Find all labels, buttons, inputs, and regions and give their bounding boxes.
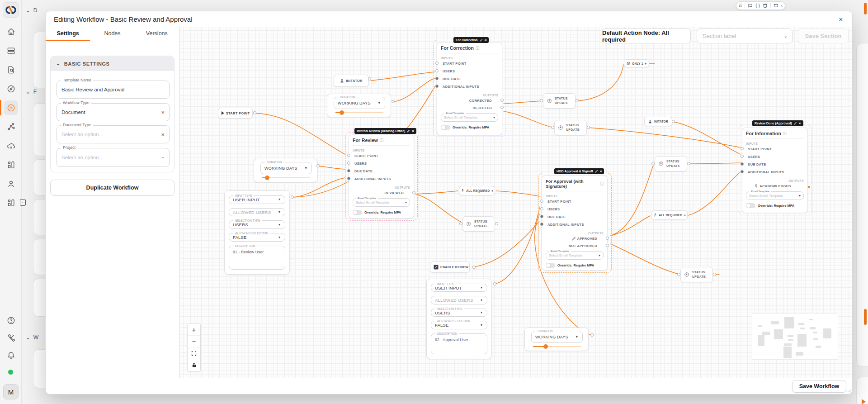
- close-icon[interactable]: ×: [836, 14, 846, 24]
- node-status-update[interactable]: STATUS UPDATE: [462, 216, 495, 232]
- input-port[interactable]: [540, 200, 543, 203]
- input-port[interactable]: [540, 215, 543, 218]
- home-icon[interactable]: [4, 24, 18, 39]
- node-badge[interactable]: Review Done (Approved) ×: [752, 120, 803, 126]
- zoom-out-button[interactable]: −: [188, 336, 200, 347]
- input-type-select[interactable]: INPUT TYPEUSER INPUT▾: [431, 284, 487, 292]
- input-port[interactable]: [741, 155, 744, 158]
- mfa-toggle[interactable]: [353, 210, 362, 215]
- bell-icon[interactable]: [4, 347, 18, 362]
- input-port[interactable]: [347, 162, 350, 165]
- fit-view-button[interactable]: [188, 347, 200, 359]
- input-port[interactable]: [741, 170, 744, 173]
- edit-icon[interactable]: [480, 38, 483, 42]
- node-status-update[interactable]: STATUS UPDATE: [554, 120, 587, 135]
- user-input-panel-2[interactable]: INPUT TYPEUSER INPUT▾ ALLOWED USERS▾ SEL…: [426, 279, 492, 359]
- input-type-select[interactable]: INPUT TYPEUSER INPUT▾: [229, 195, 285, 204]
- remove-icon[interactable]: ×: [412, 129, 414, 133]
- node-start-point[interactable]: START POINT: [218, 108, 253, 119]
- section-label-select[interactable]: Section label ⌄: [697, 29, 793, 43]
- allowed-users-select[interactable]: ALLOWED USERS▾: [229, 208, 285, 217]
- output-port[interactable]: [606, 244, 609, 247]
- zoom-in-button[interactable]: +: [188, 324, 200, 336]
- input-port[interactable]: [741, 162, 744, 166]
- input-port[interactable]: [540, 207, 543, 210]
- tab-nodes[interactable]: Nodes: [90, 27, 134, 41]
- drag-handle-icon[interactable]: ⠿: [739, 4, 742, 8]
- archive-icon[interactable]: [4, 43, 18, 58]
- node-status-update[interactable]: STATUS UPDATE: [543, 93, 576, 109]
- clear-icon[interactable]: ×: [161, 131, 165, 138]
- tab-versions[interactable]: Versions: [135, 27, 179, 41]
- selection-type-select[interactable]: SELECTION TYPEUSERS▾: [431, 309, 487, 317]
- connector-dot[interactable]: [495, 222, 498, 225]
- cloud-download-icon[interactable]: [4, 138, 18, 153]
- mfa-toggle[interactable]: [546, 263, 555, 268]
- default-action-node-pill[interactable]: Default Action Node: All required: [602, 29, 691, 43]
- edit-icon[interactable]: [407, 129, 410, 133]
- basic-settings-header[interactable]: ⌄BASIC SETTINGS: [51, 56, 174, 71]
- braces-icon[interactable]: { }: [755, 4, 760, 8]
- apps-icon[interactable]: [4, 157, 18, 172]
- chevron-left-icon[interactable]: ‹: [781, 4, 783, 8]
- duration-slider[interactable]: [262, 177, 310, 178]
- node-all-required-gate[interactable]: ALL REQUIRED ▾: [651, 210, 688, 220]
- connector-dot[interactable]: [392, 100, 395, 103]
- node-duration[interactable]: DURATION WORKING DAYS ▾: [254, 159, 318, 182]
- input-port[interactable]: [347, 169, 350, 172]
- input-port[interactable]: [741, 147, 744, 150]
- remove-icon[interactable]: ×: [600, 170, 602, 173]
- output-port[interactable]: [412, 191, 415, 194]
- node-only-1-gate[interactable]: ONLY 1 ▾: [624, 59, 649, 67]
- node-duration[interactable]: DURATION WORKING DAYS ▾: [327, 94, 391, 117]
- user-avatar[interactable]: M: [3, 384, 19, 399]
- workflow-type-field[interactable]: Workflow Type Document ×: [57, 103, 170, 121]
- input-port[interactable]: [435, 77, 439, 80]
- connector-dot[interactable]: [677, 273, 680, 276]
- edit-icon[interactable]: [595, 170, 598, 173]
- connector-dot[interactable]: [316, 164, 320, 167]
- input-port[interactable]: [435, 85, 439, 88]
- connector-dot[interactable]: [687, 162, 690, 165]
- description-textarea[interactable]: DESCRIPTION02 - Approval User: [431, 333, 487, 354]
- connector-dot[interactable]: [540, 99, 543, 102]
- connector-dot[interactable]: [291, 195, 294, 199]
- input-port[interactable]: [435, 62, 439, 65]
- email-template-select[interactable]: Email Template Select Email Template ▾: [746, 191, 804, 200]
- email-template-select[interactable]: Email Template Select Email Template ▾: [546, 251, 604, 260]
- mfa-toggle[interactable]: [746, 203, 755, 208]
- template-name-field[interactable]: Template Name Basic Review and Approval: [57, 81, 170, 99]
- node-for-review[interactable]: For Reviewⓘ INPUTS START POINT USERS DUE…: [349, 134, 414, 219]
- canvas-minimap[interactable]: [752, 314, 838, 359]
- create-plus-icon[interactable]: [4, 100, 18, 115]
- node-for-correction[interactable]: For Correctionⓘ INPUTS START POINT USERS…: [437, 42, 502, 135]
- document-type-field[interactable]: Document Type Select an option... ×: [57, 125, 170, 143]
- node-duration[interactable]: DURATION WORKING DAYS ▾: [524, 328, 589, 351]
- apps-panel-icon[interactable]: [4, 195, 18, 210]
- compass-icon[interactable]: [4, 81, 18, 96]
- node-badge[interactable]: Internal Review (Drawing Office) ×: [354, 128, 416, 134]
- email-template-select[interactable]: Email Template Select Email Template ▾: [353, 198, 410, 207]
- workflow-canvas[interactable]: Default Action Node: All required Sectio…: [179, 27, 852, 378]
- remove-icon[interactable]: ×: [799, 122, 801, 125]
- allowed-users-select[interactable]: ALLOWED USERS▾: [431, 296, 487, 304]
- connector-dot[interactable]: [590, 333, 594, 337]
- connector-dot[interactable]: [713, 273, 716, 276]
- collapse-panel-icon[interactable]: ‹: [20, 199, 26, 206]
- clear-icon[interactable]: ×: [161, 109, 165, 116]
- connector-dot[interactable]: [587, 126, 590, 129]
- connector-dot[interactable]: [459, 222, 462, 225]
- lock-button[interactable]: [188, 359, 200, 371]
- duration-slider[interactable]: [335, 112, 383, 113]
- output-port[interactable]: [500, 106, 504, 109]
- node-status-update[interactable]: STATUS UPDATE: [680, 267, 713, 282]
- edit-icon[interactable]: [794, 122, 797, 125]
- output-port[interactable]: [500, 99, 504, 102]
- node-all-required-gate[interactable]: ALL REQUIRED ▾: [459, 186, 495, 195]
- node-for-approval[interactable]: For Approval (with Signature)ⓘ INPUTS ST…: [542, 176, 608, 271]
- duplicate-workflow-button[interactable]: Duplicate Workflow: [50, 180, 175, 196]
- help-icon[interactable]: [4, 313, 18, 328]
- input-port[interactable]: [435, 69, 439, 72]
- connector-dot[interactable]: [253, 111, 256, 114]
- input-port[interactable]: [347, 177, 350, 180]
